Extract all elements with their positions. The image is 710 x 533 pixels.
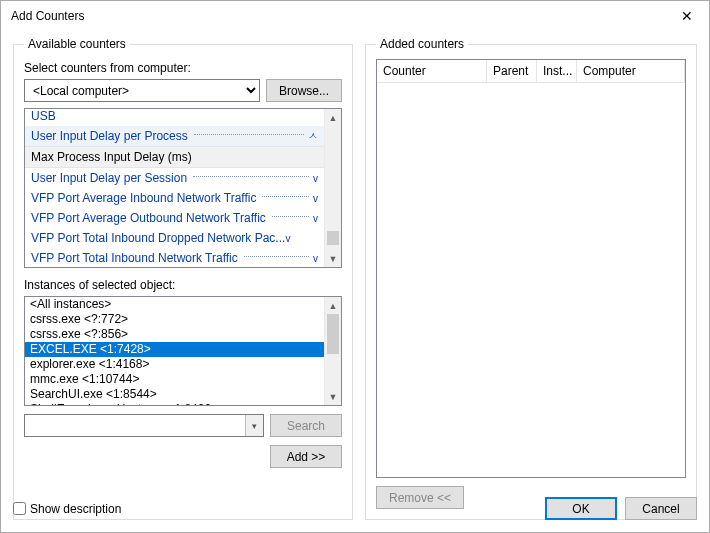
chevron-down-icon: v	[313, 253, 318, 264]
show-description-checkbox[interactable]: Show description	[13, 502, 121, 516]
available-counters-group: Available counters Select counters from …	[13, 37, 353, 520]
instance-item[interactable]: SearchUI.exe <1:8544>	[25, 387, 324, 402]
added-counters-group: Added counters Counter Parent Inst... Co…	[365, 37, 697, 520]
browse-button[interactable]: Browse...	[266, 79, 342, 102]
show-description-label: Show description	[30, 502, 121, 516]
instances-label: Instances of selected object:	[24, 278, 342, 292]
dialog-body: Available counters Select counters from …	[1, 31, 709, 532]
scroll-thumb[interactable]	[327, 314, 339, 354]
scroll-down-icon[interactable]: ▼	[325, 250, 341, 267]
chevron-down-icon: v	[313, 173, 318, 184]
chevron-up-icon: ㅅ	[308, 129, 318, 143]
instance-item-selected[interactable]: EXCEL.EXE <1:7428>	[25, 342, 324, 357]
instance-item[interactable]: <All instances>	[25, 297, 324, 312]
category-label: User Input Delay per Process	[31, 129, 188, 143]
show-description-input[interactable]	[13, 502, 26, 515]
instances-scrollbar[interactable]: ▲ ▼	[324, 297, 341, 405]
counters-listbox[interactable]: USB User Input Delay per Process ㅅ Max P…	[24, 108, 342, 268]
select-computer-label: Select counters from computer:	[24, 61, 342, 75]
added-counters-pane: Added counters Counter Parent Inst... Co…	[365, 37, 697, 520]
scroll-down-icon[interactable]: ▼	[325, 388, 341, 405]
added-counters-legend: Added counters	[376, 37, 468, 51]
column-header-parent[interactable]: Parent	[487, 60, 537, 82]
scroll-up-icon[interactable]: ▲	[325, 297, 341, 314]
category-item[interactable]: VFP Port Average Outbound Network Traffi…	[25, 208, 324, 228]
scroll-thumb[interactable]	[327, 231, 339, 245]
search-button[interactable]: Search	[270, 414, 342, 437]
chevron-down-icon: v	[313, 213, 318, 224]
chevron-down-icon[interactable]: ▾	[245, 415, 263, 436]
instance-item[interactable]: csrss.exe <?:856>	[25, 327, 324, 342]
instance-item[interactable]: explorer.exe <1:4168>	[25, 357, 324, 372]
chevron-down-icon: v	[313, 193, 318, 204]
titlebar: Add Counters ✕	[1, 1, 709, 31]
available-counters-legend: Available counters	[24, 37, 130, 51]
added-counters-table[interactable]: Counter Parent Inst... Computer	[376, 59, 686, 478]
chevron-down-icon: v	[285, 233, 290, 244]
computer-combobox[interactable]: <Local computer>	[24, 79, 260, 102]
cancel-button[interactable]: Cancel	[625, 497, 697, 520]
ok-button[interactable]: OK	[545, 497, 617, 520]
close-button[interactable]: ✕	[664, 1, 709, 31]
category-label: VFP Port Average Inbound Network Traffic	[31, 191, 256, 205]
category-item[interactable]: VFP Port Total Inbound Network Traffic v	[25, 248, 324, 267]
category-label: VFP Port Total Inbound Dropped Network P…	[31, 231, 285, 245]
instance-item[interactable]: csrss.exe <?:772>	[25, 312, 324, 327]
counter-item[interactable]: Max Process Input Delay (ms)	[25, 146, 324, 168]
column-header-instance[interactable]: Inst...	[537, 60, 577, 82]
category-item[interactable]: VFP Port Average Inbound Network Traffic…	[25, 188, 324, 208]
category-item[interactable]: User Input Delay per Session v	[25, 168, 324, 188]
add-button[interactable]: Add >>	[270, 445, 342, 468]
scroll-up-icon[interactable]: ▲	[325, 109, 341, 126]
category-label: VFP Port Total Inbound Network Traffic	[31, 251, 238, 265]
category-label: User Input Delay per Session	[31, 171, 187, 185]
instance-filter-combobox[interactable]: ▾	[24, 414, 264, 437]
counters-scrollbar[interactable]: ▲ ▼	[324, 109, 341, 267]
add-counters-dialog: Add Counters ✕ Available counters Select…	[0, 0, 710, 533]
category-item-partial[interactable]: USB	[25, 109, 324, 126]
instances-listbox[interactable]: <All instances> csrss.exe <?:772> csrss.…	[24, 296, 342, 406]
window-title: Add Counters	[11, 9, 84, 23]
category-label: VFP Port Average Outbound Network Traffi…	[31, 211, 266, 225]
category-item-expanded[interactable]: User Input Delay per Process ㅅ	[25, 126, 324, 146]
dialog-footer: Show description OK Cancel	[13, 497, 697, 520]
column-header-counter[interactable]: Counter	[377, 60, 487, 82]
category-item[interactable]: VFP Port Total Inbound Dropped Network P…	[25, 228, 324, 248]
available-counters-pane: Available counters Select counters from …	[13, 37, 353, 520]
close-icon: ✕	[681, 9, 693, 23]
column-header-computer[interactable]: Computer	[577, 60, 685, 82]
table-header-row: Counter Parent Inst... Computer	[377, 60, 685, 83]
instance-item[interactable]: mmc.exe <1:10744>	[25, 372, 324, 387]
instance-item[interactable]: ShellExperienceHost.exe <1:8420>	[25, 402, 324, 405]
